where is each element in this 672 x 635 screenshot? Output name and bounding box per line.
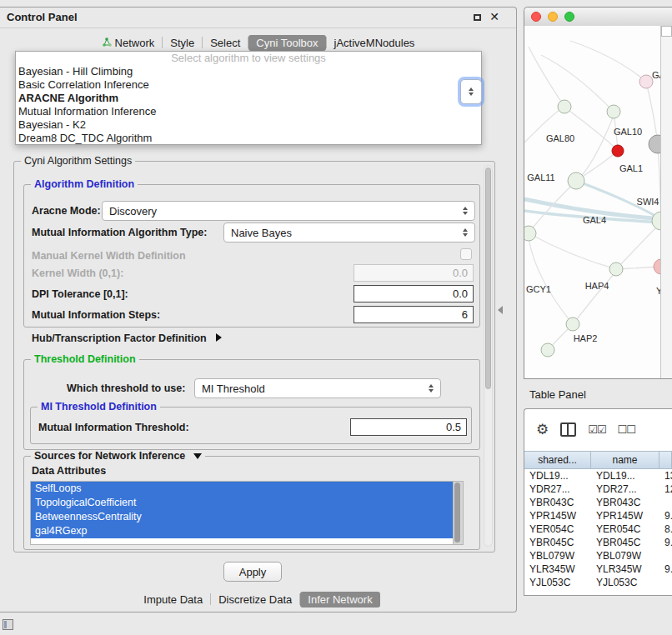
manual-kernel-width-checkbox[interactable] <box>460 248 472 260</box>
cell: 13 <box>659 469 672 482</box>
network-node[interactable] <box>524 226 536 241</box>
attribute-item-selected[interactable]: BetweennessCentrality <box>31 510 454 524</box>
table-row[interactable]: YBR045CYBR045C9. <box>524 536 672 549</box>
minimize-traffic-light[interactable] <box>548 12 558 22</box>
network-window-titlebar <box>524 8 672 27</box>
edge <box>541 55 614 112</box>
network-node[interactable] <box>566 318 579 331</box>
tab-network[interactable]: Network <box>94 35 163 51</box>
control-panel-tabbar: Network Style Select Cyni Toolbox jActiv… <box>0 32 516 52</box>
dropdown-item[interactable]: Bayesian - Hill Climbing <box>16 65 481 78</box>
table-row[interactable]: YLR345WYLR345W9. <box>524 562 672 576</box>
cell: YDR27... <box>591 482 659 496</box>
network-node[interactable] <box>541 343 554 357</box>
attributes-scrollbar[interactable] <box>453 482 463 544</box>
column-header-clipped[interactable] <box>659 452 672 468</box>
cell: YBR045C <box>524 536 591 549</box>
table-body: YDL19...YDL19...13 YDR27...YDR27...12 YB… <box>524 469 672 595</box>
tab-label: Style <box>170 37 194 49</box>
splitter-collapse-arrow[interactable] <box>498 306 503 314</box>
cell: 9. <box>659 536 672 549</box>
combo-arrows-icon <box>424 384 438 392</box>
select-all-checkboxes-icon[interactable]: ☑☑ <box>588 424 605 435</box>
tab-label: Select <box>210 37 240 49</box>
scrollbar-thumb[interactable] <box>454 482 460 542</box>
node-label: GAL1 <box>619 163 643 173</box>
hide-panel-icon[interactable] <box>3 619 13 630</box>
algorithm-dropdown-popup: Select algorithm to view settings Bayesi… <box>15 51 482 145</box>
aracne-mode-combobox[interactable]: Discovery <box>102 201 475 221</box>
dropdown-item-selected[interactable]: ARACNE Algorithm <box>16 92 481 105</box>
column-header-name[interactable]: name <box>591 452 659 468</box>
scrollbar-thumb[interactable] <box>485 168 491 389</box>
node-label: GAL11 <box>527 172 554 182</box>
dpi-tolerance-field[interactable]: 0.0 <box>354 285 474 302</box>
cell: 9. <box>659 562 672 576</box>
dropdown-placeholder-item[interactable]: Select algorithm to view settings <box>16 52 481 65</box>
dropdown-item[interactable]: Dream8 DC_TDC Algorithm <box>16 132 481 145</box>
dropdown-item[interactable]: Mutual Information Inference <box>16 105 481 118</box>
tab-select[interactable]: Select <box>203 35 248 51</box>
apply-button[interactable]: Apply <box>223 562 282 582</box>
settings-scrollbar[interactable] <box>484 165 493 547</box>
hub-transcription-label: Hub/Transcription Factor Definition <box>32 332 207 344</box>
table-row[interactable]: YBR043CYBR043C <box>524 496 672 509</box>
table-row[interactable]: YBL079WYBL079W <box>524 549 672 562</box>
network-node[interactable] <box>609 262 623 276</box>
close-icon[interactable]: ✕ <box>489 10 499 23</box>
tab-jactivemnodules[interactable]: jActiveMNodules <box>327 35 423 51</box>
table-row[interactable]: YJL053CYJL053C <box>524 576 672 589</box>
cell <box>659 496 672 509</box>
dropdown-item[interactable]: Bayesian - K2 <box>16 118 481 132</box>
group-title: MI Threshold Definition <box>38 401 160 412</box>
mi-threshold-field[interactable]: 0.5 <box>350 418 467 436</box>
network-scrollbar[interactable] <box>660 26 672 378</box>
network-node-highlighted[interactable] <box>612 145 624 157</box>
which-threshold-combobox[interactable]: MI Threshold <box>194 378 441 398</box>
table-row[interactable]: YDR27...YDR27...12 <box>524 482 672 496</box>
sources-title: Sources for Network Inference <box>34 450 185 462</box>
tab-infer-network[interactable]: Infer Network <box>300 592 379 608</box>
column-header-shared-name[interactable]: shared... <box>524 452 591 468</box>
algorithm-combobox-button[interactable] <box>460 79 482 104</box>
deselect-all-checkboxes-icon[interactable]: ☐☐ <box>618 424 635 435</box>
table-row[interactable]: YDL19...YDL19...13 <box>524 469 672 482</box>
tab-impute-data[interactable]: Impute Data <box>136 592 210 608</box>
tab-cyni-toolbox[interactable]: Cyni Toolbox <box>248 35 325 51</box>
attribute-item-selected[interactable]: SelfLoops <box>31 482 454 496</box>
mi-algorithm-type-combobox[interactable]: Naive Bayes <box>223 222 475 242</box>
mi-steps-field[interactable]: 6 <box>354 306 474 323</box>
cell: 9. <box>659 509 672 522</box>
float-window-icon[interactable] <box>474 14 481 21</box>
mi-algorithm-type-label: Mutual Information Algorithm Type: <box>32 227 207 238</box>
gear-icon[interactable]: ⚙ <box>536 422 549 437</box>
cell: YPR145W <box>524 509 591 522</box>
network-node[interactable] <box>607 105 620 118</box>
table-row[interactable]: YPR145WYPR145W9. <box>524 509 672 522</box>
network-canvas[interactable]: GAL80 GAL10 GAL11 GAL1 SWI4 GAL4 GCY1 HA… <box>524 26 672 378</box>
columns-icon[interactable] <box>560 422 576 437</box>
hub-transcription-section-toggle[interactable]: Hub/Transcription Factor Definition <box>32 332 222 344</box>
zoom-traffic-light[interactable] <box>564 12 574 22</box>
node-label: GAL10 <box>614 127 642 137</box>
attribute-item-selected[interactable]: TopologicalCoefficient <box>31 496 454 510</box>
attribute-item-selected[interactable]: gal4RGexp <box>31 524 454 538</box>
combo-value: MI Threshold <box>195 382 424 395</box>
control-panel-window: Control Panel ✕ Network Style Select Cyn… <box>0 7 517 612</box>
close-traffic-light[interactable] <box>531 12 541 22</box>
cell: YLR345W <box>524 562 591 576</box>
network-node[interactable] <box>558 100 571 113</box>
cell: YPR145W <box>591 509 659 522</box>
tab-discretize-data[interactable]: Discretize Data <box>211 592 299 608</box>
aracne-mode-label: Aracne Mode: <box>32 205 101 217</box>
tab-label: Impute Data <box>143 593 203 606</box>
table-row[interactable]: YER054CYER054C8. <box>524 522 672 536</box>
dropdown-item[interactable]: Basic Correlation Inference <box>16 78 481 92</box>
edge <box>570 41 646 82</box>
tab-style[interactable]: Style <box>163 35 202 51</box>
kernel-width-field[interactable]: 0.0 <box>354 264 474 282</box>
sources-section-toggle[interactable]: Sources for Network Inference <box>31 450 205 462</box>
group-title: Cyni Algorithm Settings <box>21 155 135 167</box>
network-node[interactable] <box>568 172 584 189</box>
network-node[interactable] <box>639 75 653 88</box>
